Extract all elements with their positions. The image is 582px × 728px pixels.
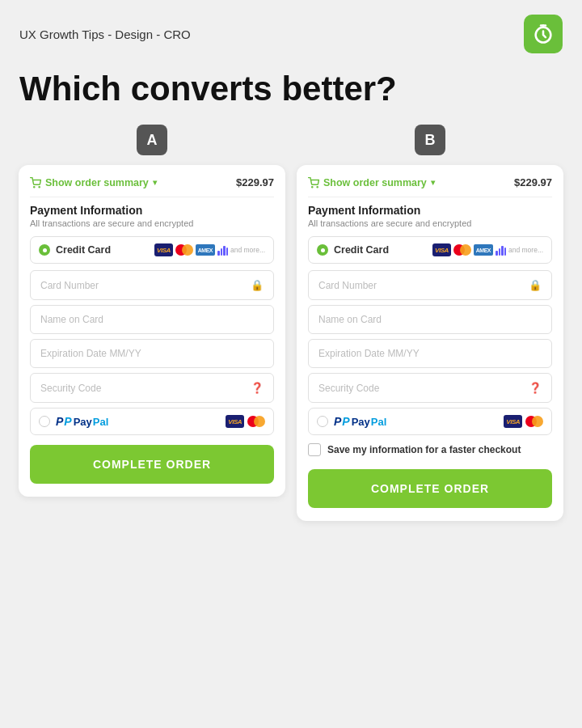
save-info-row: Save my information for a faster checkou…	[308, 443, 552, 456]
amex-logo-b: AMEX	[474, 244, 493, 256]
security-code-field-b[interactable]: Security Code ❓	[308, 373, 552, 403]
variant-a-col: A Show order summary ▾ $229.97 Payment I…	[19, 125, 285, 521]
svg-point-4	[317, 186, 318, 187]
card-number-field-b[interactable]: Card Number 🔒	[308, 270, 552, 300]
name-on-card-field-a[interactable]: Name on Card	[30, 305, 274, 334]
paypal-row-b[interactable]: PP PayPal VISA	[308, 408, 552, 435]
mastercard-logo-b	[453, 244, 471, 256]
headline: Which converts better?	[0, 61, 582, 125]
payment-subtitle-b: All transactions are secure and encrypte…	[308, 218, 552, 228]
order-total-a: $229.97	[236, 176, 274, 188]
stripe-logo-b	[496, 244, 506, 256]
divider-a1	[30, 197, 274, 197]
save-info-checkbox[interactable]	[308, 443, 321, 456]
order-summary-row-b: Show order summary ▾ $229.97	[308, 176, 552, 188]
name-on-card-placeholder-a: Name on Card	[40, 314, 103, 325]
variant-b-col: B Show order summary ▾ $229.97 Payment I…	[297, 125, 563, 521]
variant-a-card: Show order summary ▾ $229.97 Payment Inf…	[19, 165, 285, 497]
chevron-down-a: ▾	[153, 178, 157, 187]
svg-point-1	[34, 186, 35, 187]
amex-logo-a: AMEX	[196, 244, 215, 256]
variant-b-label: B	[415, 125, 445, 155]
expiration-placeholder-b: Expiration Date MM/YY	[318, 348, 420, 359]
expiration-placeholder-a: Expiration Date MM/YY	[40, 348, 141, 359]
svg-point-3	[312, 186, 313, 187]
payment-title-a: Payment Information	[30, 204, 274, 217]
svg-point-2	[39, 186, 40, 187]
card-number-placeholder-a: Card Number	[40, 280, 99, 291]
top-bar: UX Growth Tips - Design - CRO	[0, 0, 582, 61]
and-more-a: and more...	[230, 246, 265, 254]
visa-logo-b: VISA	[432, 243, 451, 256]
security-code-field-a[interactable]: Security Code ❓	[30, 373, 274, 403]
visa-logo-paypal-b: VISA	[504, 415, 522, 428]
help-icon-b: ❓	[529, 382, 542, 394]
paypal-radio-b[interactable]	[317, 416, 328, 427]
credit-card-row-b[interactable]: Credit Card VISA AMEX and more...	[308, 236, 552, 264]
complete-order-button-a[interactable]: COMPLETE ORDER	[30, 445, 274, 484]
save-info-label: Save my information for a faster checkou…	[327, 444, 521, 455]
visa-logo-a: VISA	[154, 243, 173, 256]
credit-card-row-a[interactable]: Credit Card VISA AMEX and more...	[30, 236, 274, 264]
credit-card-radio-a[interactable]	[39, 244, 50, 256]
expiration-field-b[interactable]: Expiration Date MM/YY	[308, 339, 552, 368]
order-summary-link-a[interactable]: Show order summary	[45, 177, 149, 188]
variant-a-label: A	[137, 125, 167, 155]
top-bar-title: UX Growth Tips - Design - CRO	[19, 28, 191, 41]
name-on-card-field-b[interactable]: Name on Card	[308, 305, 552, 334]
card-number-field-a[interactable]: Card Number 🔒	[30, 270, 274, 300]
expiration-field-a[interactable]: Expiration Date MM/YY	[30, 339, 274, 368]
card-logos-a: VISA AMEX and more...	[154, 243, 265, 256]
credit-card-label-b: Credit Card	[334, 244, 389, 256]
chevron-down-b: ▾	[431, 178, 435, 187]
card-logos-b: VISA AMEX and more...	[432, 243, 543, 256]
security-code-placeholder-b: Security Code	[318, 383, 379, 394]
paypal-card-logos-b: VISA	[504, 415, 543, 428]
lock-icon-a: 🔒	[251, 279, 264, 291]
paypal-radio-a[interactable]	[39, 416, 50, 427]
lock-icon-b: 🔒	[529, 279, 542, 291]
complete-order-button-b[interactable]: COMPLETE ORDER	[308, 469, 552, 508]
paypal-card-logos-a: VISA	[226, 415, 265, 428]
payment-subtitle-a: All transactions are secure and encrypte…	[30, 218, 274, 228]
order-summary-row-a: Show order summary ▾ $229.97	[30, 176, 274, 188]
stripe-logo-a	[217, 244, 228, 256]
help-icon-a: ❓	[251, 382, 264, 394]
mastercard-logo-a	[175, 244, 193, 256]
mastercard-logo-paypal-b	[525, 416, 543, 427]
divider-b1	[308, 197, 552, 197]
order-summary-link-b[interactable]: Show order summary	[323, 177, 427, 188]
name-on-card-placeholder-b: Name on Card	[318, 314, 382, 325]
card-number-placeholder-b: Card Number	[318, 280, 377, 291]
paypal-logo-b: PP PayPal	[334, 415, 386, 428]
order-total-b: $229.97	[514, 176, 552, 188]
credit-card-label-a: Credit Card	[56, 244, 111, 256]
paypal-row-a[interactable]: PP PayPal VISA	[30, 408, 274, 435]
show-order-summary-b[interactable]: Show order summary ▾	[308, 177, 435, 188]
show-order-summary-a[interactable]: Show order summary ▾	[30, 177, 157, 188]
security-code-placeholder-a: Security Code	[40, 383, 101, 394]
credit-card-radio-b[interactable]	[317, 244, 328, 256]
timer-icon	[524, 15, 563, 53]
payment-title-b: Payment Information	[308, 204, 552, 217]
mastercard-logo-paypal-a	[247, 416, 265, 427]
visa-logo-paypal-a: VISA	[226, 415, 244, 428]
variant-b-card: Show order summary ▾ $229.97 Payment Inf…	[297, 165, 563, 521]
and-more-b: and more...	[508, 246, 543, 254]
paypal-logo-a: PP PayPal	[56, 415, 108, 428]
variants-row: A Show order summary ▾ $229.97 Payment I…	[0, 125, 582, 540]
